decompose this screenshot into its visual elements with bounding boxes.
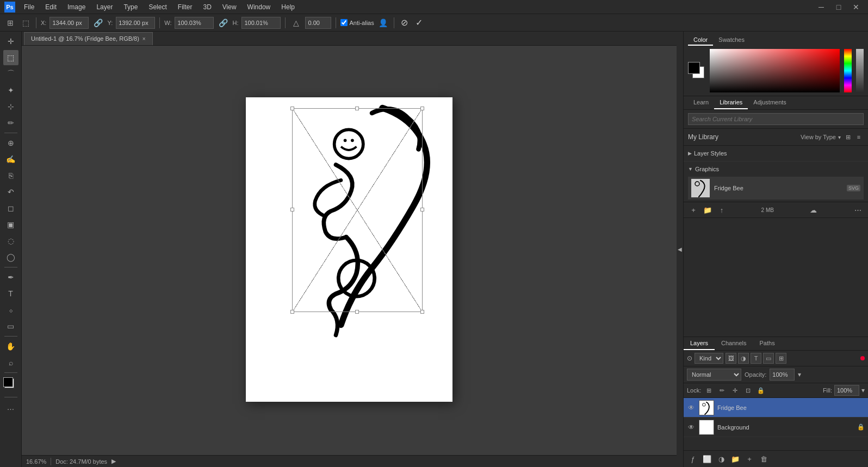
path-selection-tool[interactable]: ⬦: [3, 302, 18, 317]
new-layer-button[interactable]: +: [743, 453, 755, 465]
menu-select[interactable]: Select: [144, 2, 171, 12]
background-layer-row[interactable]: 👁 Background 🔒: [684, 418, 868, 437]
library-settings-icon[interactable]: ⋯: [853, 204, 864, 215]
menu-image[interactable]: Image: [63, 2, 90, 12]
graphics-header[interactable]: ▼ Graphics: [688, 164, 864, 175]
clone-tool[interactable]: ⎘: [3, 168, 18, 183]
background-visibility-toggle[interactable]: 👁: [687, 423, 696, 432]
filter-type-button[interactable]: T: [751, 353, 761, 364]
more-tools-button[interactable]: …: [3, 400, 18, 415]
filter-pixel-button[interactable]: 🖼: [726, 353, 736, 364]
swatches-tab[interactable]: Swatches: [713, 35, 750, 46]
pen-tool[interactable]: ✒: [3, 270, 18, 285]
color-selector[interactable]: [3, 377, 18, 393]
menu-layer[interactable]: Layer: [92, 2, 117, 12]
anti-alias-checkbox[interactable]: [340, 19, 348, 26]
add-to-library-button[interactable]: +: [688, 204, 699, 215]
menu-filter[interactable]: Filter: [173, 2, 197, 12]
history-brush-tool[interactable]: ↶: [3, 184, 18, 200]
constrain-icon[interactable]: ⬚: [20, 17, 32, 29]
learn-tab[interactable]: Learn: [688, 96, 714, 109]
dodge-tool[interactable]: ◯: [3, 250, 18, 265]
layer-mask-button[interactable]: ⬜: [701, 453, 713, 465]
new-group-button[interactable]: 📁: [729, 453, 741, 465]
filter-smart-button[interactable]: ⊞: [776, 353, 786, 364]
menu-type[interactable]: Type: [119, 2, 142, 12]
fridge-bee-visibility-toggle[interactable]: 👁: [687, 403, 696, 412]
blend-mode-dropdown[interactable]: Normal: [687, 369, 741, 381]
layer-kind-dropdown[interactable]: Kind: [695, 353, 723, 364]
cloud-sync-icon[interactable]: ☁: [808, 204, 819, 215]
eraser-tool[interactable]: ◻: [3, 201, 18, 216]
status-arrow[interactable]: ▶: [111, 458, 116, 465]
adjustments-tab[interactable]: Adjustments: [748, 96, 792, 109]
hand-tool[interactable]: ✋: [3, 339, 18, 354]
shape-tool[interactable]: ▭: [3, 319, 18, 334]
alpha-slider[interactable]: [856, 49, 864, 92]
lock-move-button[interactable]: ✛: [729, 385, 740, 396]
move-tool[interactable]: ✛: [3, 34, 18, 49]
view-by-type-label[interactable]: View by Type: [801, 134, 836, 140]
new-fill-layer-button[interactable]: ◑: [715, 453, 727, 465]
menu-window[interactable]: Window: [243, 2, 275, 12]
create-folder-button[interactable]: 📁: [702, 204, 713, 215]
confirm-transform-button[interactable]: ✓: [413, 16, 425, 29]
upload-button[interactable]: ↑: [716, 204, 727, 215]
zoom-tool[interactable]: ⌕: [3, 355, 18, 370]
hue-slider[interactable]: [844, 49, 852, 92]
menu-help[interactable]: Help: [277, 2, 299, 12]
selection-tool[interactable]: ⬚: [3, 50, 18, 65]
filter-shape-button[interactable]: ▭: [763, 353, 774, 364]
layers-tab[interactable]: Layers: [684, 337, 715, 350]
link-xy-icon[interactable]: 🔗: [92, 17, 104, 29]
lock-all-button[interactable]: 🔒: [755, 385, 766, 396]
brush-tool[interactable]: ✍: [3, 152, 18, 167]
lock-position-button[interactable]: ✏: [716, 385, 727, 396]
libraries-tab[interactable]: Libraries: [714, 96, 748, 109]
lock-artboard-button[interactable]: ⊡: [742, 385, 753, 396]
gradient-tool[interactable]: ▣: [3, 217, 18, 232]
layer-effects-button[interactable]: ƒ: [687, 453, 699, 465]
color-gradient-picker[interactable]: [710, 49, 840, 92]
quick-select-tool[interactable]: ✦: [3, 83, 18, 98]
transform-mode-icon[interactable]: ⊞: [4, 17, 16, 29]
angle-input[interactable]: [305, 17, 331, 29]
w-input[interactable]: [175, 17, 214, 29]
h-input[interactable]: [241, 17, 281, 29]
paths-tab[interactable]: Paths: [753, 337, 782, 350]
delete-layer-button[interactable]: 🗑: [758, 453, 770, 465]
layer-styles-header[interactable]: ▶ Layer Styles: [688, 148, 864, 159]
y-input[interactable]: [116, 17, 155, 29]
list-view-button[interactable]: ≡: [854, 132, 864, 142]
fridge-bee-layer-row[interactable]: 👁 Fridge Bee: [684, 398, 868, 418]
view-by-type-arrow[interactable]: ▾: [838, 134, 841, 140]
menu-view[interactable]: View: [218, 2, 241, 12]
library-search-input[interactable]: [688, 113, 864, 125]
fill-input[interactable]: [834, 385, 859, 396]
grid-view-button[interactable]: ⊞: [843, 132, 853, 142]
blur-tool[interactable]: ◌: [3, 233, 18, 248]
panel-toggle[interactable]: ◀: [677, 32, 683, 467]
interpolation-icon[interactable]: 👤: [377, 17, 389, 29]
menu-file[interactable]: File: [20, 2, 39, 12]
channels-tab[interactable]: Channels: [715, 337, 753, 350]
type-tool[interactable]: T: [3, 286, 18, 301]
menu-edit[interactable]: Edit: [41, 2, 61, 12]
healing-tool[interactable]: ⊕: [3, 135, 18, 151]
filter-adjustment-button[interactable]: ◑: [738, 353, 749, 364]
crop-tool[interactable]: ⊹: [3, 99, 18, 114]
opacity-input[interactable]: [770, 369, 795, 381]
eyedropper-tool[interactable]: ✏: [3, 115, 18, 130]
opacity-dropdown-arrow[interactable]: ▾: [798, 371, 801, 378]
fg-bg-selector[interactable]: [688, 62, 705, 79]
foreground-color[interactable]: [688, 62, 700, 74]
color-tab[interactable]: Color: [688, 35, 713, 46]
cancel-transform-button[interactable]: ⊘: [399, 16, 410, 29]
close-button[interactable]: ✕: [848, 0, 864, 15]
fill-dropdown-arrow[interactable]: ▾: [861, 387, 865, 394]
lock-pixels-button[interactable]: ⊞: [703, 385, 714, 396]
x-input[interactable]: [49, 17, 89, 29]
menu-3d[interactable]: 3D: [199, 2, 215, 12]
maximize-button[interactable]: □: [831, 0, 846, 15]
lasso-tool[interactable]: ⌒: [3, 66, 18, 82]
